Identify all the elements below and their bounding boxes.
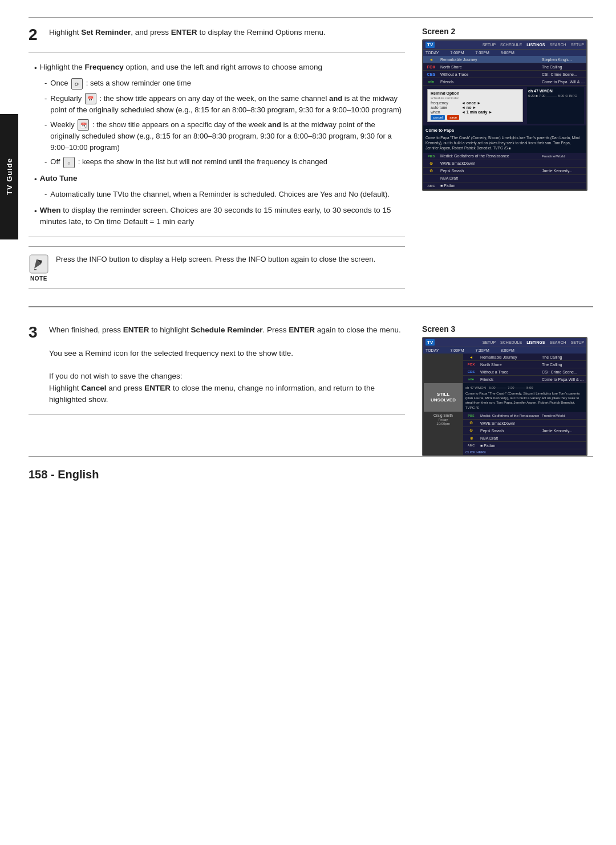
tv-bch-name-2: ⊙ — [423, 161, 439, 166]
step-3-text: When finished, press ENTER to highlight … — [49, 324, 405, 405]
tv-bch-name-5: AMC — [423, 184, 439, 188]
tv-nav-setup1[interactable]: SETUP — [483, 43, 496, 47]
note-icon-wrap: NOTE — [29, 254, 49, 282]
tv-bch-1: PBS Medici: Godfathers of the Renaissanc… — [423, 153, 586, 160]
remind-when-row: when ◄ 1 min early ► — [431, 110, 520, 114]
tv-bch-2: ⊙ WWE SmackDown! — [423, 160, 586, 168]
tv-bch-show-4a: NBA Draft — [439, 176, 541, 181]
bullet-dot-2: • — [34, 174, 37, 185]
tv3-bch-2: ⊙ WWE SmackDown! — [463, 420, 586, 427]
tv3-nav-setup2[interactable]: SETUP — [571, 340, 584, 344]
tv-bch-name-1: PBS — [423, 154, 439, 159]
remind-cancel-btn[interactable]: cancel — [431, 115, 445, 120]
remind-autotune-row: auto tune ◄ no ► — [431, 105, 520, 109]
tv-nav-listings[interactable]: LISTINGS — [526, 43, 545, 47]
remind-freq-label: frequency — [431, 101, 459, 105]
tv-logo-3: TV — [425, 339, 435, 346]
ch-show-1a: Remarkable Journey — [439, 57, 541, 62]
sub-weekly-text: Weekly 📆 : the show title appears on a s… — [50, 119, 405, 153]
ch-show-1b: Stephen King's... — [541, 57, 586, 62]
once-label: Once — [50, 79, 70, 87]
tv-nav-search[interactable]: SEARCH — [549, 43, 566, 47]
step-3-para2: If you do not wish to save the changes: — [49, 372, 182, 380]
autotune-desc: - Automatically tune TVto the channel, w… — [44, 189, 405, 200]
sub-bullets: - Once ⟳ : sets a show reminder one time… — [44, 78, 405, 168]
tv3-time-730pm: 7:30PM — [476, 348, 489, 352]
sub-bullet-off: - Off ○ : keeps the show in the list but… — [44, 156, 405, 168]
section-divider — [29, 306, 593, 307]
click-here-text[interactable]: CLICK HERE — [465, 450, 486, 454]
sub-off-text: Off ○ : keeps the show in the list but w… — [50, 156, 327, 168]
tv3-nav-setup1[interactable]: SETUP — [483, 340, 496, 344]
remind-freq-val: ◄ once ► — [461, 101, 481, 105]
autotune-body: Automatically tune TVto the channel, whe… — [50, 189, 390, 200]
tv3-time-8pm: 8:00PM — [501, 348, 514, 352]
tv3-nav-listings[interactable]: LISTINGS — [526, 340, 545, 344]
tv3-info: ch 47 WMON 6:30 ——— 7:30 ——— 8:00 Come t… — [463, 383, 586, 412]
tv-time-730pm: 7:30PM — [476, 51, 489, 55]
bullet-when-main: • When to display the reminder screen. C… — [34, 205, 405, 228]
screen3-label: Screen 3 — [422, 324, 593, 334]
tv-nav-3: SETUP SCHEDULE LISTINGS SEARCH SETUP — [437, 340, 584, 344]
still-unsolved-text: STILLUNSOLVED — [431, 392, 456, 403]
right-column-screen2: Screen 2 TV SETUP SCHEDULE LISTINGS SEAR… — [422, 27, 593, 295]
craig-smith-label: Craig Smith — [433, 413, 453, 418]
dash-at: - — [44, 189, 47, 200]
autotune-label: Auto Tune — [40, 174, 78, 182]
step-3-para3c: and press — [107, 384, 145, 392]
tv-bch-4: NBA Draft — [423, 175, 586, 182]
remind-area: Remind Option schedule reminder frequenc… — [423, 86, 586, 125]
off-icon: ○ — [63, 157, 75, 168]
tv3-bch-5: AMC ■ Patton — [463, 442, 586, 449]
remind-ch-time: 6:20 ■ 7:30 ——— 8:00 ⊙ INFO — [528, 94, 583, 99]
tv3-ch-3: CBS Without a Trace CSI: Crime Scene... — [463, 368, 586, 376]
dash-regularly: - — [44, 93, 47, 104]
step-2-row: 2 Highlight Set Reminder, and press ENTE… — [29, 27, 405, 43]
autotune-text: Auto Tune — [40, 173, 78, 184]
ch-show-4b: Come to Papa Will & Grace — [541, 79, 586, 84]
remind-title: Remind Option — [431, 91, 520, 95]
tv3-info-text: Come to Papa "The Crush" (Comedy, Sitcom… — [465, 391, 584, 411]
note-pencil-icon — [29, 254, 49, 274]
tv-bch-show-2b — [541, 163, 586, 164]
craig-time-label: Friday10:00pm — [436, 418, 449, 426]
step-3-para3a: Highlight — [49, 384, 81, 392]
remind-ch-info: ch 47 WMON 6:20 ■ 7:30 ——— 8:00 ⊙ INFO — [527, 87, 584, 124]
sub-reg-text: Regularly 📅 : the show title appears on … — [50, 93, 405, 116]
step-2-bold2: ENTER — [171, 28, 197, 36]
left-col-3: 3 When finished, press ENTER to highligh… — [29, 324, 405, 456]
when-text: When to display the reminder screen. Cho… — [40, 205, 405, 228]
page-footer: 158 - English — [29, 456, 593, 487]
tv3-bch-4: ⑨ NBA Draft — [463, 434, 586, 442]
right-column-screen3: Screen 3 TV SETUP SCHEDULE LISTINGS SEAR… — [422, 324, 593, 456]
tv-time-7pm: 7:00PM — [450, 51, 464, 55]
ch-name-4: stle — [423, 79, 439, 84]
tv-nav-setup2[interactable]: SETUP — [571, 43, 584, 47]
tv-bch-show-1a: Medici: Godfathers of the Renaissance — [439, 153, 541, 159]
bullet-autotune-main: • Auto Tune — [34, 173, 405, 185]
once-icon: ⟳ — [71, 78, 83, 90]
bullet-dot-1: • — [34, 63, 37, 74]
tv-nav-schedule[interactable]: SCHEDULE — [500, 43, 522, 47]
ch-name-2: FOX — [423, 64, 439, 70]
remind-box: Remind Option schedule reminder frequenc… — [427, 89, 523, 122]
remind-buttons: cancel save — [431, 115, 520, 120]
tv-logo-2: TV — [425, 42, 435, 48]
tv3-nav-search[interactable]: SEARCH — [549, 340, 566, 344]
remind-autotune-label: auto tune — [431, 105, 459, 109]
tv3-time-7pm: 7:00PM — [450, 348, 464, 352]
ch-show-2a: North Shore — [439, 64, 541, 70]
tv-bch-name-4 — [423, 178, 439, 179]
remind-save-btn[interactable]: save — [447, 115, 459, 120]
dash-weekly: - — [44, 119, 47, 131]
tv-bch-show-5b — [541, 185, 586, 186]
bullet-frequency: • Highlight the Frequency option, and us… — [34, 62, 405, 168]
tv-time-today: TODAY — [425, 51, 439, 55]
still-unsolved-area: STILLUNSOLVED Craig Smith Friday10:00pm — [423, 354, 463, 455]
tv-bottom-channels-2: PBS Medici: Godfathers of the Renaissanc… — [423, 153, 586, 190]
tv3-click-here[interactable]: CLICK HERE — [463, 449, 586, 455]
mid-divider-2 — [29, 237, 405, 237]
bullet-autotune: • Auto Tune - Automatically tune TVto th… — [34, 173, 405, 200]
step-3-row: 3 When finished, press ENTER to highligh… — [29, 324, 405, 405]
tv3-nav-schedule[interactable]: SCHEDULE — [500, 340, 522, 344]
